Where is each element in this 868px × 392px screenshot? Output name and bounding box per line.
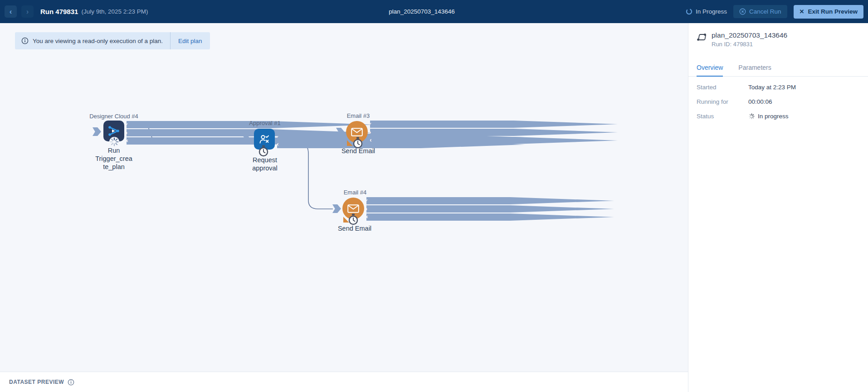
close-icon: ✕ — [800, 8, 805, 15]
chevron-left-icon: ‹ — [10, 7, 12, 16]
x-icon: ✕ — [365, 215, 368, 219]
panel-tabs: Overview Parameters — [688, 64, 868, 77]
node-title-designer-cloud: Designer Cloud #4 — [68, 113, 159, 120]
plan-icon — [697, 33, 707, 48]
arrow-icon: › — [126, 130, 127, 136]
pending-clock-badge — [258, 145, 268, 157]
spinner-icon — [686, 8, 692, 15]
x-icon: ✕ — [125, 139, 128, 143]
dataset-preview-bar[interactable]: DATASET PREVIEW — [0, 372, 688, 392]
pending-clock-badge — [348, 213, 358, 226]
check-icon: ✓ — [368, 122, 372, 126]
email3-success-port[interactable]: ✓ — [370, 121, 618, 128]
email4-success-port[interactable]: ✓ — [366, 197, 614, 204]
email-envelope-icon — [351, 128, 363, 136]
panel-header: plan_20250703_143646 Run ID: 479831 — [697, 31, 860, 48]
run-details-panel: plan_20250703_143646 Run ID: 479831 Over… — [688, 23, 868, 392]
busy-spinner-icon — [748, 113, 755, 120]
row-label: Started — [697, 84, 748, 91]
readonly-banner-message-group: You are viewing a read-only execution of… — [15, 32, 170, 49]
edit-plan-link[interactable]: Edit plan — [170, 32, 210, 49]
node-name-request-approval: Request approval — [231, 156, 299, 172]
node-title-email4: Email #4 — [310, 189, 400, 196]
info-icon[interactable] — [68, 379, 74, 386]
panel-run-id: Run ID: 479831 — [712, 41, 787, 48]
readonly-banner-message: You are viewing a read-only execution of… — [33, 38, 163, 44]
node-name-run-trigger: Run Trigger_crea te_plan — [80, 146, 148, 171]
arrow-icon: › — [366, 206, 367, 212]
dataset-preview-label: DATASET PREVIEW — [9, 379, 64, 385]
status-value: In progress — [758, 113, 789, 120]
row-value: Today at 2:23 PM — [748, 84, 796, 91]
row-started: Started Today at 2:23 PM — [697, 84, 860, 91]
row-value: In progress — [748, 113, 789, 120]
trigger-input-port[interactable] — [93, 127, 101, 136]
tab-parameters[interactable]: Parameters — [738, 64, 771, 76]
exit-run-preview-label: Exit Run Preview — [808, 8, 858, 15]
topbar-plan-title: plan_20250703_143646 — [389, 0, 455, 23]
check-icon: ✓ — [125, 122, 128, 127]
back-button[interactable]: ‹ — [5, 5, 17, 18]
row-value: 00:00:06 — [748, 98, 772, 105]
node-name-send-email4: Send Email — [321, 224, 389, 232]
approval-person-icon — [258, 133, 271, 145]
node-name-send-email3: Send Email — [324, 147, 392, 155]
row-running-for: Running for 00:00:06 — [697, 98, 860, 105]
node-title-approval: Approval #1 — [219, 120, 310, 126]
email4-failure-port[interactable]: ✕ — [366, 213, 614, 221]
run-status-indicator: In Progress — [686, 8, 727, 15]
run-timestamp: (July 9th, 2025 2:23 PM) — [81, 8, 148, 15]
check-icon: ✓ — [365, 198, 368, 203]
topbar-actions: In Progress Cancel Run ✕ Exit Run Previe… — [686, 0, 863, 23]
email3-failure-port[interactable]: ✕ — [370, 137, 618, 144]
plan-canvas[interactable]: You are viewing a read-only execution of… — [0, 23, 688, 392]
forward-button[interactable]: › — [21, 5, 34, 18]
exit-run-preview-button[interactable]: ✕ Exit Run Preview — [794, 5, 863, 19]
node-title-email3: Email #3 — [313, 112, 404, 119]
cancel-circle-icon — [739, 8, 746, 15]
app-root: ‹ › Run 479831 (July 9th, 2025 2:23 PM) … — [0, 0, 868, 392]
run-title-group: Run 479831 (July 9th, 2025 2:23 PM) — [40, 0, 148, 23]
tab-overview[interactable]: Overview — [697, 64, 723, 77]
panel-plan-title: plan_20250703_143646 — [712, 31, 787, 39]
chevron-right-icon: › — [26, 7, 29, 16]
email4-input-port[interactable] — [332, 204, 341, 213]
run-title: Run 479831 — [40, 8, 78, 15]
readonly-banner: You are viewing a read-only execution of… — [15, 32, 210, 49]
top-bar: ‹ › Run 479831 (July 9th, 2025 2:23 PM) … — [0, 0, 868, 23]
cancel-run-button[interactable]: Cancel Run — [733, 5, 787, 18]
row-label: Running for — [697, 98, 748, 105]
cancel-run-label: Cancel Run — [749, 8, 781, 15]
email4-output-port[interactable]: › — [366, 205, 614, 213]
row-status: Status — [697, 113, 860, 120]
email3-output-port[interactable]: › — [370, 129, 618, 136]
status-label: In Progress — [696, 8, 727, 15]
overview-rows: Started Today at 2:23 PM Running for 00:… — [697, 84, 860, 120]
email-envelope-icon — [347, 204, 359, 213]
row-label: Status — [697, 113, 748, 120]
info-icon — [21, 37, 29, 44]
